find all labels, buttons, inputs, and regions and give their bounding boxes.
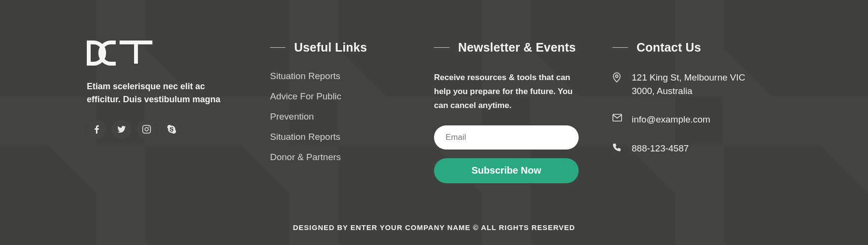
tagline: Etiam scelerisque nec elit ac efficitur.… bbox=[87, 80, 241, 106]
heading-dash bbox=[612, 47, 628, 48]
link-item[interactable]: Situation Reports bbox=[270, 71, 405, 82]
brand-logo bbox=[87, 41, 241, 67]
footer: Etiam scelerisque nec elit ac efficitur.… bbox=[0, 0, 868, 245]
useful-links-list: Situation Reports Advice For Public Prev… bbox=[270, 71, 405, 163]
contact-email: info@example.com bbox=[612, 113, 757, 126]
instagram-icon bbox=[142, 125, 151, 134]
svg-point-2 bbox=[149, 126, 149, 127]
facebook-icon bbox=[95, 125, 99, 134]
col-title-contact: Contact Us bbox=[637, 41, 701, 54]
twitter-icon bbox=[117, 126, 126, 133]
link-item[interactable]: Situation Reports bbox=[270, 132, 405, 142]
phone-text[interactable]: 888-123-4587 bbox=[632, 142, 689, 155]
link-item[interactable]: Prevention bbox=[270, 111, 405, 122]
heading-dash bbox=[434, 47, 449, 48]
social-twitter[interactable] bbox=[112, 120, 131, 139]
col-head-links: Useful Links bbox=[270, 41, 405, 54]
col-title-newsletter: Newsletter & Events bbox=[458, 41, 576, 54]
phone-icon bbox=[612, 143, 623, 153]
link-item[interactable]: Donor & Partners bbox=[270, 152, 405, 163]
contact-phone: 888-123-4587 bbox=[612, 142, 757, 155]
envelope-icon bbox=[612, 114, 623, 123]
social-instagram[interactable] bbox=[137, 120, 156, 139]
email-input[interactable] bbox=[434, 125, 579, 150]
footer-col-about: Etiam scelerisque nec elit ac efficitur.… bbox=[87, 41, 241, 245]
col-head-newsletter: Newsletter & Events bbox=[434, 41, 579, 54]
col-title-links: Useful Links bbox=[294, 41, 367, 54]
social-skype[interactable] bbox=[162, 120, 181, 139]
svg-point-3 bbox=[615, 75, 618, 77]
newsletter-description: Receive resources & tools that can help … bbox=[434, 71, 579, 113]
social-links bbox=[87, 120, 241, 139]
address-text: 121 King St, Melbourne VIC 3000, Austral… bbox=[632, 71, 757, 97]
map-pin-icon bbox=[612, 72, 623, 84]
social-facebook[interactable] bbox=[87, 120, 106, 139]
link-item[interactable]: Advice For Public bbox=[270, 91, 405, 102]
svg-point-1 bbox=[145, 128, 149, 131]
email-text[interactable]: info@example.com bbox=[632, 113, 710, 126]
copyright: Designed by Enter Your Company Name © Al… bbox=[0, 223, 868, 231]
heading-dash bbox=[270, 47, 285, 48]
footer-col-contact: Contact Us 121 King St, Melbourne VIC 30… bbox=[612, 41, 757, 245]
footer-col-links: Useful Links Situation Reports Advice Fo… bbox=[270, 41, 405, 245]
svg-rect-0 bbox=[143, 125, 150, 133]
contact-address: 121 King St, Melbourne VIC 3000, Austral… bbox=[612, 71, 757, 97]
subscribe-button[interactable]: Subscribe Now bbox=[434, 158, 579, 183]
skype-icon bbox=[167, 125, 176, 134]
footer-col-newsletter: Newsletter & Events Receive resources & … bbox=[434, 41, 579, 245]
col-head-contact: Contact Us bbox=[612, 41, 757, 54]
